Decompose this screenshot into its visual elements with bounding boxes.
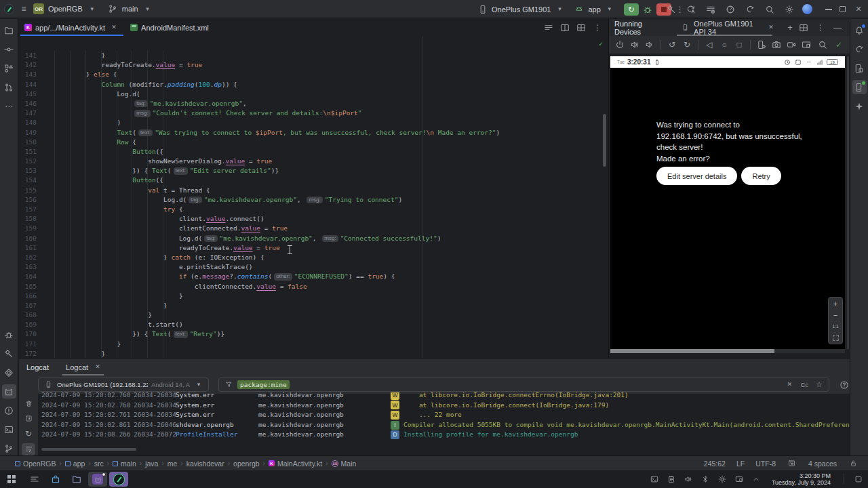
- code-line[interactable]: 159 clientConnected.value = true: [19, 224, 608, 233]
- zoom-reset-button[interactable]: 1:1: [829, 321, 842, 332]
- code-line[interactable]: 152 showNewServerDialog.value = true: [19, 157, 608, 166]
- split-editor-icon[interactable]: [559, 22, 570, 33]
- build-icon[interactable]: [666, 4, 677, 15]
- debug-button[interactable]: [642, 4, 653, 15]
- line-number[interactable]: 144: [19, 80, 37, 89]
- commit-tool-icon[interactable]: [2, 42, 16, 56]
- editor-grid-icon[interactable]: [576, 22, 587, 33]
- code-line[interactable]: 150 Row {: [19, 138, 608, 147]
- maximize-button[interactable]: [840, 6, 846, 12]
- line-number[interactable]: 158: [19, 214, 37, 224]
- device-hscrollbar[interactable]: [610, 349, 845, 353]
- store-taskbar-icon[interactable]: [46, 472, 65, 487]
- editor-scrollbar[interactable]: [603, 114, 606, 167]
- breadcrumb-openrgb[interactable]: OpenRGB: [15, 460, 56, 468]
- problems-tool-icon[interactable]: [2, 403, 16, 418]
- tab-mainactivity[interactable]: app/.../MainActivity.kt ✕: [19, 19, 125, 36]
- display-mode-icon[interactable]: [801, 39, 812, 50]
- start-taskbar-icon[interactable]: [4, 472, 23, 487]
- code-line[interactable]: 158 client.value.connect(): [19, 214, 608, 224]
- screen-record-icon[interactable]: [786, 39, 797, 50]
- gradle-sync-icon[interactable]: [745, 4, 755, 15]
- search-everywhere-icon[interactable]: [764, 4, 775, 15]
- android-studio-taskbar-icon[interactable]: [109, 472, 128, 487]
- device-screen[interactable]: Tue 3:20:31 ∷ 19 Was trying to connect t…: [610, 56, 845, 349]
- logcat-filter-input[interactable]: package:mine ✕ Cc ☆: [218, 378, 829, 392]
- line-number[interactable]: 146: [19, 99, 37, 108]
- bluetooth-tray-icon[interactable]: [700, 474, 711, 485]
- line-number[interactable]: 167: [19, 301, 37, 310]
- logcat-row[interactable]: 2024-07-09 15:20:02.86126034-26046shdeva…: [38, 420, 850, 430]
- breadcrumb-mainactivity-kt[interactable]: MainActivity.kt: [269, 460, 322, 468]
- code-line[interactable]: 146 tag:"me.kavishdevar.openrgb",: [19, 99, 608, 108]
- pinned-app-taskbar-icon[interactable]: [88, 472, 107, 487]
- more-v-icon[interactable]: ⋮: [592, 22, 603, 33]
- cast-tray-icon[interactable]: [734, 474, 745, 485]
- notifications-tool-icon[interactable]: [852, 23, 867, 37]
- logcat-row[interactable]: 2024-07-09 15:20:02.76026034-26034System…: [38, 392, 850, 401]
- tab-androidmanifest[interactable]: AndroidManifest.xml: [125, 19, 214, 36]
- help-icon[interactable]: [839, 380, 850, 390]
- minimize-button[interactable]: [825, 9, 832, 10]
- breadcrumb-main[interactable]: Main: [332, 460, 357, 468]
- logcat-output[interactable]: 2024-07-09 15:20:02.76026034-26034System…: [38, 392, 850, 445]
- line-number[interactable]: 141: [19, 51, 37, 60]
- code-line[interactable]: 163 e.printStackTrace(): [19, 262, 608, 272]
- line-number[interactable]: 164: [19, 272, 37, 281]
- favorite-filter-icon[interactable]: ☆: [814, 380, 825, 390]
- line-number[interactable]: 160: [19, 234, 37, 243]
- apply-changes-icon[interactable]: [686, 4, 696, 15]
- line-number[interactable]: 151: [19, 147, 37, 157]
- breadcrumb-app[interactable]: app: [65, 460, 85, 468]
- line-number[interactable]: 169: [19, 320, 37, 329]
- breadcrumb-openrgb[interactable]: openrgb: [233, 460, 260, 468]
- line-number[interactable]: 168: [19, 310, 37, 320]
- settings-icon[interactable]: [784, 4, 795, 15]
- code-line[interactable]: 142 readyToCreate.value = true: [19, 60, 608, 70]
- code-line[interactable]: 166 }: [19, 291, 608, 301]
- running-devices-tool-icon[interactable]: [852, 80, 867, 94]
- code-line[interactable]: 169 t.start(): [19, 320, 608, 329]
- device-manager-list-icon[interactable]: [705, 4, 716, 15]
- line-number[interactable]: 155: [19, 186, 37, 195]
- breadcrumb-src[interactable]: src: [94, 460, 104, 468]
- line-number[interactable]: 159: [19, 224, 37, 233]
- code-line[interactable]: 165 clientConnected.value = false: [19, 282, 608, 291]
- device-settings-icon[interactable]: [756, 39, 767, 50]
- rotate-right-icon[interactable]: ↻: [682, 39, 692, 50]
- retry-button[interactable]: Retry: [741, 167, 781, 185]
- connected-check-icon[interactable]: ✓: [833, 39, 844, 50]
- editor-grid-icon[interactable]: [798, 22, 809, 33]
- code-line[interactable]: 141 }: [19, 51, 608, 60]
- gradle-tool-icon[interactable]: [852, 42, 867, 56]
- code-line[interactable]: 144 Column (modifier.padding(100.dp)) {: [19, 80, 608, 89]
- edit-server-details-button[interactable]: Edit server details: [656, 167, 737, 185]
- build-tool-tool-icon[interactable]: [2, 346, 16, 361]
- code-line[interactable]: 156 Log.d(tag:"me.kavishdevar.openrgb", …: [19, 195, 608, 205]
- line-number[interactable]: 166: [19, 291, 37, 301]
- code-line[interactable]: 143 } else {: [19, 70, 608, 79]
- home-icon[interactable]: ○: [719, 39, 730, 50]
- line-number[interactable]: 172: [19, 349, 37, 358]
- widgets-taskbar-icon[interactable]: [25, 472, 44, 487]
- close-tab-icon[interactable]: ✕: [766, 22, 776, 33]
- main-menu-icon[interactable]: ≡: [18, 3, 29, 14]
- soft-wrap-button[interactable]: [22, 443, 35, 456]
- resource-manager-tool-icon[interactable]: [2, 61, 16, 75]
- device-manager-tool-icon[interactable]: [852, 61, 867, 75]
- device-tab[interactable]: OnePlus GM1901 API 34 ✕: [677, 19, 779, 36]
- code-line[interactable]: 149 Text(text:"Was trying to connect to …: [19, 128, 608, 138]
- debug-tool-icon[interactable]: [2, 327, 16, 342]
- line-separator[interactable]: LF: [736, 460, 745, 468]
- project-selector[interactable]: OpenRGB: [48, 5, 83, 13]
- more-v-icon[interactable]: ⋮: [815, 22, 826, 33]
- code-line[interactable]: 164 if (e.message?.contains(other:"ECONN…: [19, 272, 608, 281]
- caret-position[interactable]: 245:62: [704, 460, 726, 468]
- logcat-hscrollbar[interactable]: [41, 448, 136, 451]
- volume-up-icon[interactable]: [629, 39, 640, 50]
- line-number[interactable]: 171: [19, 340, 37, 349]
- code-line[interactable]: 153 }) { Text(text:"Edit server details"…: [19, 166, 608, 176]
- device-selector[interactable]: OnePlus GM1901: [492, 5, 551, 14]
- back-icon[interactable]: ◁: [704, 39, 715, 50]
- code-line[interactable]: 145 Log.d(: [19, 89, 608, 99]
